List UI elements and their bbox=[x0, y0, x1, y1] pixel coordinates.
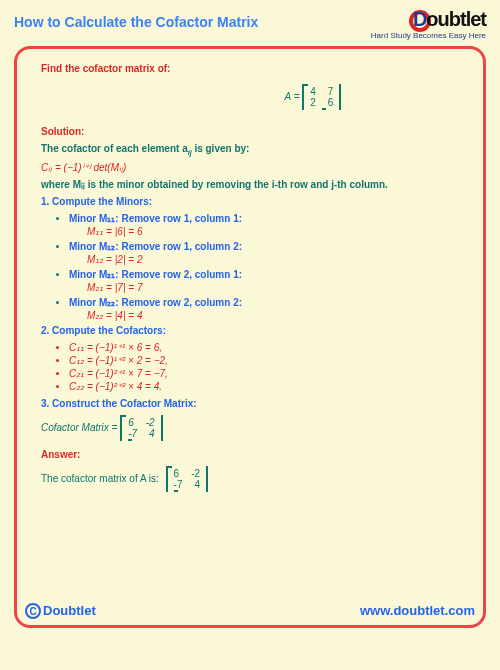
step2-heading: 2. Compute the Cofactors: bbox=[41, 325, 465, 336]
list-item: Minor M₂₁: Remove row 2, column 1: M₂₁ =… bbox=[69, 269, 465, 293]
answer-line: The cofactor matrix of A is: 6-2 -74 bbox=[41, 466, 465, 492]
content-card: Find the cofactor matrix of: A = 47 26 S… bbox=[14, 46, 486, 628]
footer-url: www.doubtlet.com bbox=[360, 603, 475, 618]
list-item: Minor M₁₂: Remove row 1, column 2: M₁₂ =… bbox=[69, 241, 465, 265]
cofactor-intro: The cofactor of each element aij is give… bbox=[41, 143, 465, 156]
footer-brand: CDoubtlet bbox=[25, 603, 96, 620]
answer-heading: Answer: bbox=[41, 449, 465, 460]
list-item: C₂₂ = (−1)²⁺² × 4 = 4. bbox=[69, 381, 465, 392]
card-footer: CDoubtlet www.doubtlet.com bbox=[25, 603, 475, 620]
list-item: C₁₁ = (−1)¹⁺¹ × 6 = 6, bbox=[69, 342, 465, 353]
step3-heading: 3. Construct the Cofactor Matrix: bbox=[41, 398, 465, 409]
list-item: C₂₁ = (−1)²⁺¹ × 7 = −7, bbox=[69, 368, 465, 379]
step1-heading: 1. Compute the Minors: bbox=[41, 196, 465, 207]
header: How to Calculate the Cofactor Matrix Dou… bbox=[0, 0, 500, 40]
where-text: where Mᵢⱼ is the minor obtained by remov… bbox=[41, 179, 465, 190]
logo: Doubtlet Hard Study Becomes Easy Here bbox=[371, 8, 486, 40]
minors-list: Minor M₁₁: Remove row 1, column 1: M₁₁ =… bbox=[41, 213, 465, 321]
copyright-icon: C bbox=[25, 603, 41, 619]
cofactors-list: C₁₁ = (−1)¹⁺¹ × 6 = 6, C₁₂ = (−1)¹⁺² × 2… bbox=[41, 342, 465, 392]
tagline: Hard Study Becomes Easy Here bbox=[371, 31, 486, 40]
cofactor-matrix: Cofactor Matrix = 6-2 -74 bbox=[41, 415, 465, 441]
logo-text: Doubtlet bbox=[371, 8, 486, 31]
list-item: C₁₂ = (−1)¹⁺² × 2 = −2, bbox=[69, 355, 465, 366]
list-item: Minor M₂₂: Remove row 2, column 2: M₂₂ =… bbox=[69, 297, 465, 321]
list-item: Minor M₁₁: Remove row 1, column 1: M₁₁ =… bbox=[69, 213, 465, 237]
problem-prompt: Find the cofactor matrix of: bbox=[41, 63, 465, 74]
solution-heading: Solution: bbox=[41, 126, 465, 137]
page-title: How to Calculate the Cofactor Matrix bbox=[14, 14, 258, 30]
cofactor-formula: Cᵢⱼ = (−1)ⁱ⁺ʲ det(Mᵢⱼ) bbox=[41, 162, 465, 173]
matrix-A: A = 47 26 bbox=[161, 84, 465, 110]
